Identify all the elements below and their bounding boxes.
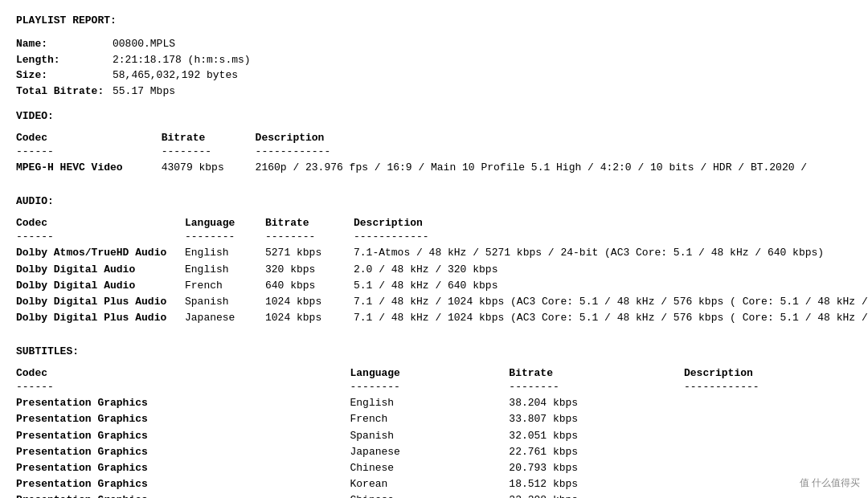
audio-data-row: Dolby Digital Plus Audio Spanish 1024 kb…	[16, 294, 868, 310]
length-label: Length:	[16, 52, 113, 68]
audio-codec-2: Dolby Digital Audio	[16, 278, 185, 294]
audio-sep-2: --------	[185, 229, 265, 245]
audio-bitrate-1: 320 kbps	[265, 262, 354, 278]
subtitles-table: Codec Language Bitrate Description -----…	[16, 367, 852, 498]
sub-col-desc: Description	[684, 367, 852, 379]
subtitles-section: SUBTITLES: Codec Language Bitrate Descri…	[16, 345, 852, 498]
sub-bitrate-2: 32.051 kbps	[509, 428, 684, 444]
sub-bitrate-5: 18.512 kbps	[509, 476, 684, 492]
subtitles-title: SUBTITLES:	[16, 345, 852, 357]
size-value: 58,465,032,192 bytes	[113, 67, 238, 84]
sub-codec-4: Presentation Graphics	[16, 460, 350, 476]
sub-codec-2: Presentation Graphics	[16, 428, 350, 444]
name-label: Name:	[16, 36, 113, 52]
sub-desc-2	[684, 428, 852, 444]
size-label: Size:	[16, 67, 113, 84]
video-col-bitrate: Bitrate	[162, 132, 256, 144]
name-row: Name: 00800.MPLS	[16, 36, 852, 52]
audio-desc-1: 2.0 / 48 kHz / 320 kbps	[354, 262, 868, 278]
audio-col-codec: Codec	[16, 217, 185, 229]
video-desc-0: 2160p / 23.976 fps / 16:9 / Main 10 Prof…	[256, 160, 852, 176]
video-table: Codec Bitrate Description ------ -------…	[16, 132, 852, 176]
video-codec-0: MPEG-H HEVC Video	[16, 160, 162, 176]
sub-codec-3: Presentation Graphics	[16, 444, 350, 460]
audio-data-row: Dolby Digital Audio French 640 kbps 5.1 …	[16, 278, 868, 294]
name-value: 00800.MPLS	[113, 36, 175, 52]
sub-desc-3	[684, 444, 852, 460]
sub-sep-4: ------------	[684, 379, 852, 395]
sub-desc-6	[684, 492, 852, 498]
bitrate-value: 55.17 Mbps	[113, 84, 175, 100]
file-info-block: Name: 00800.MPLS Length: 2:21:18.178 (h:…	[16, 36, 852, 99]
sub-bitrate-4: 20.793 kbps	[509, 460, 684, 476]
audio-data-row: Dolby Atmos/TrueHD Audio English 5271 kb…	[16, 245, 868, 261]
audio-section: AUDIO: Codec Language Bitrate Descriptio…	[16, 195, 852, 326]
subtitle-data-row: Presentation Graphics English 38.204 kbp…	[16, 395, 852, 411]
video-col-codec: Codec	[16, 132, 162, 144]
size-row: Size: 58,465,032,192 bytes	[16, 67, 852, 84]
audio-sep-1: ------	[16, 229, 185, 245]
sub-codec-1: Presentation Graphics	[16, 411, 350, 427]
audio-title: AUDIO:	[16, 195, 852, 207]
video-data-row: MPEG-H HEVC Video 43079 kbps 2160p / 23.…	[16, 160, 852, 176]
sub-lang-6: Chinese	[350, 492, 510, 498]
audio-data-row: Dolby Digital Audio English 320 kbps 2.0…	[16, 262, 868, 278]
sub-sep-2: --------	[350, 379, 510, 395]
subtitles-header-row: Codec Language Bitrate Description	[16, 367, 852, 379]
sub-lang-1: French	[350, 411, 510, 427]
length-row: Length: 2:21:18.178 (h:m:s.ms)	[16, 52, 852, 68]
audio-col-desc: Description	[354, 217, 868, 229]
audio-codec-3: Dolby Digital Plus Audio	[16, 294, 185, 310]
video-sep-1: ------	[16, 144, 162, 160]
audio-data-row: Dolby Digital Plus Audio Japanese 1024 k…	[16, 310, 868, 326]
sub-col-bitrate: Bitrate	[509, 367, 684, 379]
audio-bitrate-0: 5271 kbps	[265, 245, 354, 261]
audio-lang-3: Spanish	[185, 294, 265, 310]
audio-col-lang: Language	[185, 217, 265, 229]
audio-desc-0: 7.1-Atmos / 48 kHz / 5271 kbps / 24-bit …	[354, 245, 868, 261]
video-sep-3: ------------	[256, 144, 852, 160]
audio-col-bitrate: Bitrate	[265, 217, 354, 229]
sub-codec-5: Presentation Graphics	[16, 476, 350, 492]
watermark: 值 什么值得买	[800, 476, 860, 490]
audio-header-row: Codec Language Bitrate Description	[16, 217, 868, 229]
audio-lang-2: French	[185, 278, 265, 294]
sub-lang-2: Spanish	[350, 428, 510, 444]
video-bitrate-0: 43079 kbps	[162, 160, 256, 176]
audio-desc-3: 7.1 / 48 kHz / 1024 kbps (AC3 Core: 5.1 …	[354, 294, 868, 310]
sub-sep-3: --------	[509, 379, 684, 395]
audio-codec-1: Dolby Digital Audio	[16, 262, 185, 278]
sub-bitrate-0: 38.204 kbps	[509, 395, 684, 411]
length-value: 2:21:18.178 (h:m:s.ms)	[113, 52, 251, 68]
audio-separator-row: ------ -------- -------- ------------	[16, 229, 868, 245]
video-separator-row: ------ -------- ------------	[16, 144, 852, 160]
sub-lang-0: English	[350, 395, 510, 411]
subtitle-data-row: Presentation Graphics French 33.807 kbps	[16, 411, 852, 427]
video-title: VIDEO:	[16, 110, 852, 122]
sub-desc-0	[684, 395, 852, 411]
video-col-desc: Description	[256, 132, 852, 144]
sub-bitrate-1: 33.807 kbps	[509, 411, 684, 427]
audio-sep-3: --------	[265, 229, 354, 245]
audio-lang-1: English	[185, 262, 265, 278]
audio-table: Codec Language Bitrate Description -----…	[16, 217, 868, 326]
audio-bitrate-3: 1024 kbps	[265, 294, 354, 310]
sub-bitrate-6: 23.398 kbps	[509, 492, 684, 498]
sub-desc-4	[684, 460, 852, 476]
sub-codec-0: Presentation Graphics	[16, 395, 350, 411]
audio-lang-0: English	[185, 245, 265, 261]
audio-sep-4: ------------	[354, 229, 868, 245]
report-title: PLAYLIST REPORT:	[16, 14, 852, 27]
subtitles-separator-row: ------ -------- -------- ------------	[16, 379, 852, 395]
sub-codec-6: Presentation Graphics	[16, 492, 350, 498]
audio-lang-4: Japanese	[185, 310, 265, 326]
audio-codec-4: Dolby Digital Plus Audio	[16, 310, 185, 326]
audio-desc-4: 7.1 / 48 kHz / 1024 kbps (AC3 Core: 5.1 …	[354, 310, 868, 326]
subtitle-data-row: Presentation Graphics Japanese 22.761 kb…	[16, 444, 852, 460]
video-section: VIDEO: Codec Bitrate Description ------ …	[16, 110, 852, 176]
sub-lang-3: Japanese	[350, 444, 510, 460]
video-sep-2: --------	[162, 144, 256, 160]
sub-lang-5: Korean	[350, 476, 510, 492]
bitrate-row: Total Bitrate: 55.17 Mbps	[16, 84, 852, 100]
subtitle-data-row: Presentation Graphics Spanish 32.051 kbp…	[16, 428, 852, 444]
